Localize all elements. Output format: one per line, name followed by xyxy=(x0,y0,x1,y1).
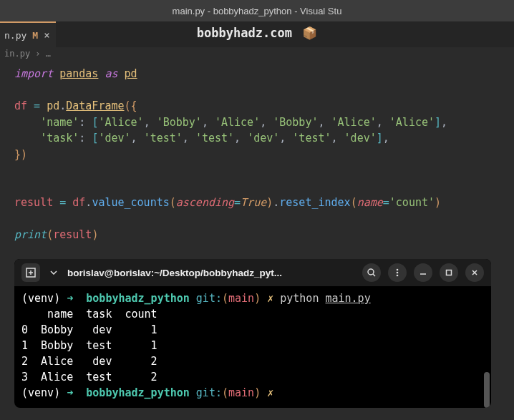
output-row: 1 Bobby test 1 xyxy=(21,339,157,352)
breadcrumb-rest: … xyxy=(46,49,51,59)
watermark: bobbyhadz.com 📦 xyxy=(197,26,317,40)
prompt-arrow: ➜ xyxy=(67,292,73,305)
fn-value-counts: value_counts xyxy=(92,196,169,209)
maximize-button[interactable] xyxy=(440,263,458,282)
terminal-window: borislav@borislav:~/Desktop/bobbyhadz_py… xyxy=(14,259,491,408)
output-row: 2 Alice dev 2 xyxy=(21,355,157,368)
search-button[interactable] xyxy=(362,263,381,282)
tab-close-icon[interactable]: × xyxy=(44,29,49,41)
tab-row: n.py M × bobbyhadz.com 📦 xyxy=(0,21,514,47)
var-result: result xyxy=(14,196,53,209)
plus-square-icon xyxy=(26,268,36,278)
eq: = xyxy=(34,99,40,112)
svg-rect-5 xyxy=(447,270,452,275)
terminal-title: borislav@borislav:~/Desktop/bobbyhadz_py… xyxy=(67,268,355,278)
class-dataframe: DataFrame xyxy=(66,99,124,112)
svg-point-1 xyxy=(368,269,374,275)
output-row: 3 Alice test 2 xyxy=(21,371,157,384)
svg-point-2 xyxy=(397,269,399,271)
alias-pd: pd xyxy=(125,67,137,80)
cmd-python: python xyxy=(280,292,319,305)
svg-point-4 xyxy=(397,275,399,277)
close-icon xyxy=(470,268,479,277)
git-label: git: xyxy=(196,292,222,305)
dropdown-button[interactable] xyxy=(47,263,60,282)
dirty-icon: ✗ xyxy=(267,292,273,305)
minimize-button[interactable] xyxy=(414,263,432,282)
terminal-scrollbar[interactable] xyxy=(484,372,490,408)
tab-modified-indicator: M xyxy=(32,30,38,41)
close-button[interactable] xyxy=(465,263,484,282)
menu-button[interactable] xyxy=(388,263,407,282)
fn-reset-index: reset_index xyxy=(279,196,350,209)
cube-icon: 📦 xyxy=(302,26,317,40)
svg-point-3 xyxy=(397,272,399,274)
ns-pd: pd xyxy=(47,99,59,112)
kw-import: import xyxy=(14,67,53,80)
new-tab-button[interactable] xyxy=(21,263,40,282)
cmd-file: main.py xyxy=(325,292,370,305)
git-branch: main xyxy=(228,292,254,305)
editor-tab[interactable]: n.py M × xyxy=(0,21,56,47)
prompt-path: bobbyhadz_python xyxy=(86,292,190,305)
output-header: name task count xyxy=(21,308,157,321)
maximize-icon xyxy=(445,268,453,277)
module-pandas: pandas xyxy=(59,67,98,80)
breadcrumb-sep: › xyxy=(35,49,40,59)
kebab-icon xyxy=(392,268,402,278)
search-icon xyxy=(367,268,377,278)
terminal-titlebar[interactable]: borislav@borislav:~/Desktop/bobbyhadz_py… xyxy=(14,259,491,286)
var-df: df xyxy=(14,99,27,112)
minimize-icon xyxy=(419,268,427,277)
window-titlebar: main.py - bobbyhadz_python - Visual Stu xyxy=(0,0,514,21)
watermark-text: bobbyhadz.com xyxy=(197,26,292,40)
terminal-body[interactable]: (venv) ➜ bobbyhadz_python git:(main) ✗ p… xyxy=(14,286,491,408)
window-title: main.py - bobbyhadz_python - Visual Stu xyxy=(173,6,342,16)
venv-indicator: (venv) xyxy=(21,292,60,305)
breadcrumb[interactable]: in.py › … xyxy=(0,47,514,63)
code-editor[interactable]: import pandas as pd df = pd.DataFrame({ … xyxy=(0,63,514,246)
chevron-down-icon xyxy=(50,270,57,275)
fn-print: print xyxy=(14,228,47,241)
kw-as: as xyxy=(105,67,117,80)
breadcrumb-file: in.py xyxy=(4,49,30,59)
output-row: 0 Bobby dev 1 xyxy=(21,323,157,336)
tab-filename: n.py xyxy=(4,30,26,41)
